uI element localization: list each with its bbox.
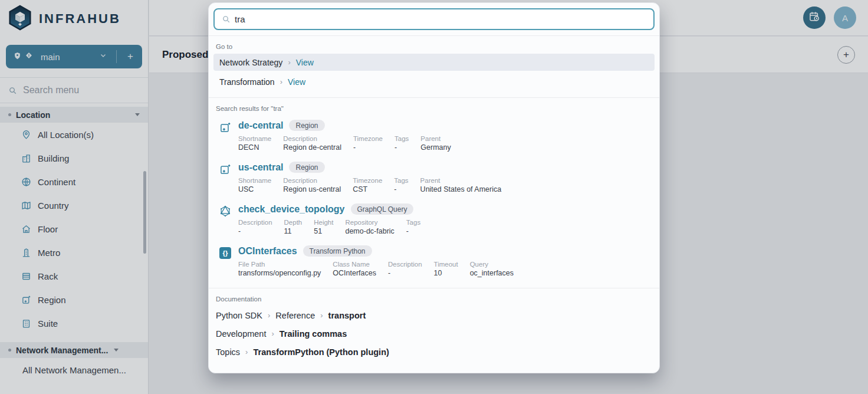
result-de-central[interactable]: de-central Region ShortnameDECN Descript… — [213, 116, 655, 157]
doc-crumb-last: TransformPython (Python plugin) — [253, 347, 389, 357]
doc-crumb: Python SDK — [216, 311, 262, 320]
view-link[interactable]: View — [288, 77, 305, 87]
result-title[interactable]: us-central — [238, 162, 283, 173]
field: DescriptionRegion de-central — [283, 135, 341, 152]
region-add-icon — [219, 162, 232, 193]
field: Description- — [238, 219, 272, 235]
region-add-icon — [219, 120, 232, 152]
result-title[interactable]: OCInterfaces — [238, 246, 297, 257]
doc-crumb-last: transport — [328, 311, 366, 320]
doc-row-trailing-commas[interactable]: Development › Trailing commas — [213, 324, 655, 343]
field: ParentGermany — [420, 135, 451, 152]
doc-row-transport[interactable]: Python SDK › Reference › transport — [213, 306, 655, 324]
doc-crumb: Topics — [216, 347, 240, 357]
graphql-icon — [219, 203, 232, 235]
chevron-right-icon: › — [268, 311, 270, 320]
result-title[interactable]: de-central — [238, 120, 283, 131]
results-section: Search results for "tra" de-central Regi… — [209, 98, 659, 288]
documentation-section: Documentation Python SDK › Reference › t… — [209, 288, 659, 366]
results-heading: Search results for "tra" — [216, 105, 655, 112]
field: ShortnameUSC — [238, 177, 271, 193]
goto-row-network-strategy[interactable]: Network Strategy › View — [213, 54, 655, 71]
field: Timeout10 — [434, 261, 458, 277]
field: DescriptionRegion us-central — [283, 177, 341, 193]
goto-row-transformation[interactable]: Transformation › View — [213, 73, 655, 90]
goto-section: Go to Network Strategy › View Transforma… — [209, 36, 659, 97]
search-modal: Go to Network Strategy › View Transforma… — [208, 2, 660, 373]
result-us-central[interactable]: us-central Region ShortnameUSC Descripti… — [213, 157, 655, 199]
chevron-right-icon: › — [280, 77, 282, 86]
doc-crumb-last: Trailing commas — [280, 329, 347, 339]
result-check-device-topology[interactable]: check_device_topology GraphQL Query Desc… — [213, 199, 655, 241]
field: Tags- — [394, 135, 409, 152]
view-link[interactable]: View — [296, 58, 314, 67]
field: TimezoneCST — [353, 177, 382, 193]
result-title[interactable]: check_device_topology — [238, 204, 345, 215]
field: File Pathtransforms/openconfig.py — [238, 261, 321, 277]
kind-badge: Region — [289, 120, 324, 131]
modal-search — [209, 3, 659, 36]
field: Depth11 — [284, 219, 303, 235]
goto-path: Transformation — [219, 77, 275, 87]
doc-crumb: Development — [216, 329, 266, 339]
kind-badge: Region — [289, 162, 324, 173]
braces-icon: {} — [219, 245, 232, 277]
field: Height51 — [314, 219, 333, 235]
field: ParentUnited States of America — [420, 177, 502, 193]
field: Tags- — [406, 219, 420, 235]
doc-row-transformpython[interactable]: Topics › TransformPython (Python plugin) — [213, 343, 655, 361]
field: Timezone- — [353, 135, 383, 152]
documentation-heading: Documentation — [216, 296, 655, 303]
field: Repositorydemo-dc-fabric — [345, 219, 394, 235]
result-ocinterfaces[interactable]: {} OCInterfaces Transform Python File Pa… — [213, 241, 655, 283]
kind-badge: GraphQL Query — [351, 203, 414, 215]
chevron-right-icon: › — [245, 347, 248, 356]
field: ShortnameDECN — [238, 135, 271, 152]
chevron-right-icon: › — [320, 311, 323, 320]
global-search-input[interactable] — [213, 8, 655, 30]
search-icon — [222, 15, 231, 24]
chevron-right-icon: › — [288, 58, 290, 67]
goto-heading: Go to — [216, 43, 655, 50]
kind-badge: Transform Python — [303, 245, 372, 257]
field: Tags- — [394, 177, 408, 193]
field: Description- — [388, 261, 422, 277]
field: Queryoc_interfaces — [470, 261, 514, 277]
goto-path: Network Strategy — [219, 58, 282, 67]
field: Class NameOCInterfaces — [333, 261, 376, 277]
chevron-right-icon: › — [271, 329, 274, 338]
app: INFRAHUB main + — [0, 0, 868, 394]
doc-crumb: Reference — [275, 311, 315, 320]
